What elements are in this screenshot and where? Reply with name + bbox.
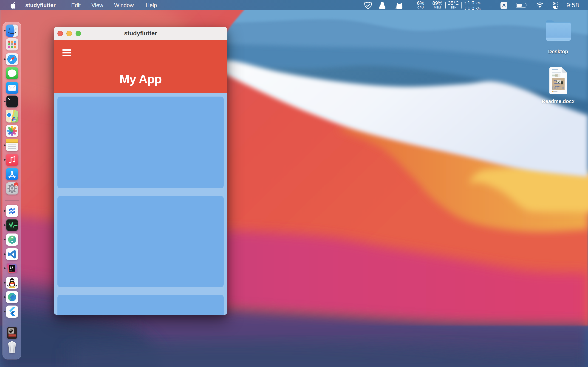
svg-text:我: 我: [9, 329, 11, 331]
svg-text:的: 的: [11, 329, 13, 331]
svg-text:>_: >_: [8, 98, 13, 102]
svg-text:IJ: IJ: [9, 266, 13, 269]
svg-text:280: 280: [13, 119, 16, 121]
svg-text:斗: 斗: [11, 332, 13, 333]
svg-text:DOCX: DOCX: [552, 85, 565, 90]
svg-text:1: 1: [15, 183, 17, 186]
svg-text:奋: 奋: [9, 332, 11, 333]
